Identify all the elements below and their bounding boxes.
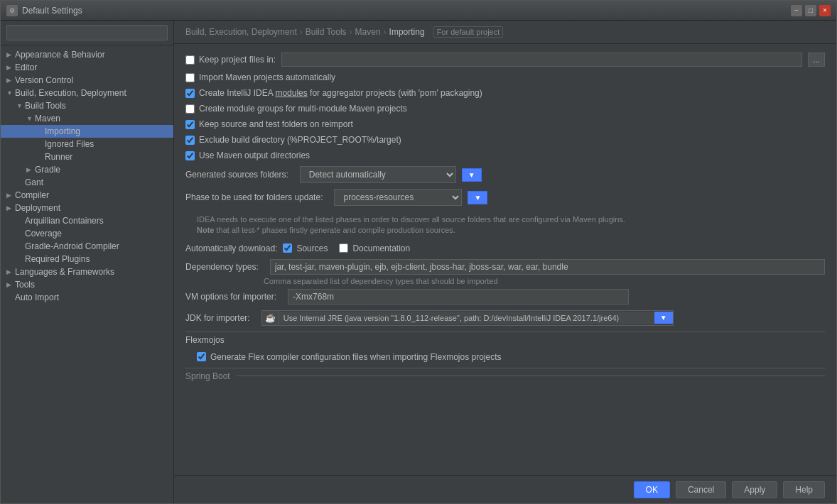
expand-icon: ▼ xyxy=(26,115,33,122)
sidebar-item-gant[interactable]: ▸ Gant xyxy=(1,176,173,189)
vm-options-input[interactable] xyxy=(288,289,629,305)
sidebar-item-maven[interactable]: ▼ Maven xyxy=(1,112,173,125)
close-button[interactable]: × xyxy=(819,5,831,16)
ok-button[interactable]: OK xyxy=(634,481,670,498)
sidebar-item-label: Required Plugins xyxy=(25,254,168,264)
use-maven-output-row: Use Maven output directories xyxy=(185,150,825,160)
keep-source-label[interactable]: Keep source and test folders on reimport xyxy=(185,119,353,129)
title-bar: ⚙ Default Settings − □ × xyxy=(1,1,836,21)
apply-button[interactable]: Apply xyxy=(732,481,777,498)
documentation-checkbox-label[interactable]: Documentation xyxy=(339,243,410,253)
keep-project-browse-button[interactable]: ... xyxy=(808,53,825,67)
create-intellij-text: Create IntelliJ IDEA modules for aggrega… xyxy=(199,88,482,98)
sidebar-item-ignored-files[interactable]: ▸ Ignored Files xyxy=(1,138,173,150)
create-module-groups-label[interactable]: Create module groups for multi-module Ma… xyxy=(185,104,407,114)
help-button[interactable]: Help xyxy=(783,481,825,498)
maximize-button[interactable]: □ xyxy=(805,5,816,16)
sidebar-item-required-plugins[interactable]: ▸ Required Plugins xyxy=(1,253,173,265)
phase-dropdown-button[interactable]: ▼ xyxy=(468,191,487,204)
sidebar-item-label: Appearance & Behavior xyxy=(15,50,168,60)
import-maven-row: Import Maven projects automatically xyxy=(185,72,825,82)
sidebar-item-coverage[interactable]: ▸ Coverage xyxy=(1,227,173,240)
exclude-build-checkbox[interactable] xyxy=(185,136,195,145)
keep-project-row: Keep project files in: ... xyxy=(185,53,825,67)
sidebar-item-label: Editor xyxy=(15,62,168,72)
create-intellij-checkbox[interactable] xyxy=(185,89,195,98)
exclude-build-label[interactable]: Exclude build directory (%PROJECT_ROOT%/… xyxy=(185,135,401,145)
search-box xyxy=(1,21,173,45)
create-intellij-label[interactable]: Create IntelliJ IDEA modules for aggrega… xyxy=(185,88,482,98)
breadcrumb-part: Build, Execution, Deployment xyxy=(185,27,297,37)
expand-icon: ▶ xyxy=(26,166,33,173)
phase-label: Phase to be used for folders update: xyxy=(185,192,323,202)
use-maven-output-checkbox[interactable] xyxy=(185,151,195,160)
auto-download-row: Automatically download: Sources Document… xyxy=(185,243,825,253)
import-maven-label[interactable]: Import Maven projects automatically xyxy=(185,72,335,82)
keep-project-label[interactable]: Keep project files in: xyxy=(185,55,276,65)
expand-icon: ▶ xyxy=(6,77,14,84)
jdk-dropdown-row: ☕ Use Internal JRE (java version "1.8.0_… xyxy=(261,310,674,326)
flexmojos-title: Flexmojos xyxy=(185,335,225,345)
sidebar-item-editor[interactable]: ▶ Editor xyxy=(1,61,173,74)
phase-select[interactable]: process-resources generate-sources compi… xyxy=(334,189,462,206)
import-maven-text: Import Maven projects automatically xyxy=(199,72,335,82)
expand-icon: ▶ xyxy=(6,51,14,58)
dep-types-input[interactable] xyxy=(270,259,825,275)
sidebar-item-build-tools[interactable]: ▼ Build Tools xyxy=(1,99,173,112)
keep-source-checkbox[interactable] xyxy=(185,120,195,129)
sidebar-item-runner[interactable]: ▸ Runner xyxy=(1,150,173,163)
phase-row: Phase to be used for folders update: pro… xyxy=(185,189,825,206)
flexmojos-section: Flexmojos Generate Flex compiler configu… xyxy=(185,332,825,362)
breadcrumb-separator: › xyxy=(384,27,387,37)
generated-sources-dropdown-button[interactable]: ▼ xyxy=(462,168,482,182)
minimize-button[interactable]: − xyxy=(791,5,802,16)
sidebar-item-label: Maven xyxy=(35,114,168,124)
sidebar-item-appearance-behavior[interactable]: ▶ Appearance & Behavior xyxy=(1,48,173,61)
sidebar-item-label: Gradle-Android Compiler xyxy=(25,241,168,251)
keep-project-input[interactable] xyxy=(281,53,802,67)
jdk-importer-row: JDK for importer: ☕ Use Internal JRE (ja… xyxy=(185,310,825,326)
sidebar-item-auto-import[interactable]: ▸ Auto Import xyxy=(1,291,173,304)
create-module-groups-checkbox[interactable] xyxy=(185,104,195,114)
phase-info-line2: that all test-* phases firstly generate … xyxy=(214,226,455,234)
sidebar-item-gradle[interactable]: ▶ Gradle xyxy=(1,163,173,176)
spring-boot-header: Spring Boot xyxy=(185,371,825,381)
keep-project-checkbox[interactable] xyxy=(185,55,195,65)
import-maven-checkbox[interactable] xyxy=(185,73,195,82)
generate-flex-text: Generate Flex compiler configuration fil… xyxy=(210,352,502,362)
breadcrumb-current: Importing xyxy=(389,27,425,37)
generate-flex-label[interactable]: Generate Flex compiler configuration fil… xyxy=(197,352,502,362)
documentation-checkbox[interactable] xyxy=(339,243,348,253)
sidebar-item-gradle-android[interactable]: ▸ Gradle-Android Compiler xyxy=(1,240,173,253)
keep-project-text: Keep project files in: xyxy=(199,55,276,65)
search-input[interactable] xyxy=(6,25,168,40)
sidebar-item-languages-frameworks[interactable]: ▶ Languages & Frameworks xyxy=(1,265,173,278)
phase-dropdown-container: process-resources generate-sources compi… xyxy=(334,189,462,206)
app-icon: ⚙ xyxy=(6,5,18,16)
sidebar-item-tools[interactable]: ▶ Tools xyxy=(1,278,173,291)
cancel-button[interactable]: Cancel xyxy=(676,481,726,498)
documentation-label: Documentation xyxy=(352,243,410,253)
sidebar-item-label: Runner xyxy=(45,152,168,162)
sidebar-item-compiler[interactable]: ▶ Compiler xyxy=(1,189,173,202)
sidebar-item-label: Auto Import xyxy=(15,292,168,302)
sources-checkbox[interactable] xyxy=(283,243,292,253)
generated-sources-select[interactable]: Detect automatically target/generated-so… xyxy=(300,166,456,183)
vm-options-label: VM options for importer: xyxy=(185,292,276,302)
jdk-icon: ☕ xyxy=(262,311,279,325)
expand-icon: ▼ xyxy=(16,102,23,109)
sidebar-item-arquillian[interactable]: ▸ Arquillian Containers xyxy=(1,214,173,227)
sidebar-item-importing[interactable]: ▸ Importing xyxy=(1,125,173,138)
expand-icon: ▶ xyxy=(6,64,14,71)
dep-types-row: Dependency types: Comma separated list o… xyxy=(185,259,825,286)
sidebar-item-deployment[interactable]: ▶ Deployment xyxy=(1,202,173,214)
sidebar-item-label: Languages & Frameworks xyxy=(15,267,168,277)
sidebar-item-build-execution[interactable]: ▼ Build, Execution, Deployment xyxy=(1,87,173,99)
sidebar-item-version-control[interactable]: ▶ Version Control xyxy=(1,74,173,87)
generate-flex-checkbox[interactable] xyxy=(197,352,206,361)
auto-download-label: Automatically download: xyxy=(185,243,277,253)
generated-sources-dropdown-container: Detect automatically target/generated-so… xyxy=(300,166,456,183)
jdk-dropdown-button[interactable]: ▼ xyxy=(654,312,673,324)
sources-checkbox-label[interactable]: Sources xyxy=(283,243,328,253)
use-maven-output-label[interactable]: Use Maven output directories xyxy=(185,150,310,160)
